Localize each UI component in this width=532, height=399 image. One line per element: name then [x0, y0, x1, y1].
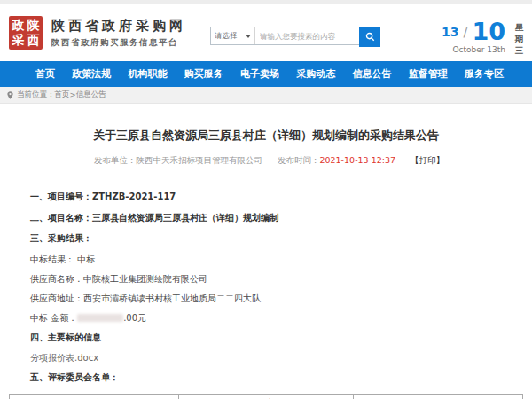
article-content: 关于三原县自然资源局三原县村庄（详细）规划编制的采购结果公告 发布单位：陕西中天… [0, 104, 532, 399]
nav-item-e-marketplace[interactable]: 电子卖场 [240, 67, 279, 81]
site-header: 政 陕 采 西 陕西省政府采购网 陕西省政府购买服务信息平台 请选择 [0, 4, 532, 61]
bid-result-line: 中标结果： 中标 [30, 254, 512, 266]
redacted-amount [77, 314, 123, 322]
site-title: 陕西省政府采购网 [51, 18, 186, 35]
location-pin-icon [7, 91, 13, 99]
date-numeric: 13 / 10 [442, 20, 505, 43]
project-number-line: 一、项目编号：ZTHZB-2021-117 [30, 192, 512, 203]
date-display: 13 / 10 October 13th [442, 20, 505, 54]
breadcrumb-label: 当前位置： [17, 90, 55, 100]
breadcrumb: 当前位置： 首页 > 信息公告 [0, 87, 532, 104]
publisher: 发布单位：陕西中天禾招标项目管理有限公司 [94, 155, 262, 165]
logo-char: 政 [11, 18, 26, 33]
supplier-address-line: 供应商地址：西安市灞桥镇读书村核工业地质局二二四大队 [30, 293, 512, 305]
breadcrumb-home-link[interactable]: 首页 [55, 90, 70, 100]
article-meta: 发布单位：陕西中天禾招标项目管理有限公司 发布时间：2021-10-13 12:… [20, 155, 512, 167]
search-button[interactable] [359, 27, 380, 47]
supplier-name-line: 供应商名称：中陕核工业集团测绘院有限公司 [30, 274, 512, 286]
site-brand[interactable]: 政 陕 采 西 陕西省政府采购网 陕西省政府购买服务信息平台 [9, 16, 186, 50]
date-day: 13 [442, 25, 458, 39]
bid-amount-label: 中标 金额： [30, 313, 77, 323]
nav-item-service-zone[interactable]: 服务专区 [465, 67, 504, 81]
search-bar: 请选择 [210, 27, 380, 45]
nav-item-procurement-news[interactable]: 采购动态 [296, 67, 335, 81]
breadcrumb-separator: > [70, 90, 76, 99]
bid-amount-suffix: .00元 [123, 313, 146, 323]
committee-heading: 五、评标委员会名单： [30, 372, 512, 384]
search-icon [365, 32, 375, 42]
table-header-row: 项目名称 专家 采购人代表 [10, 394, 523, 399]
project-name-line: 二、项目名称：三原县自然资源局三原县村庄（详细）规划编制 [30, 213, 512, 224]
procurement-result-heading: 三、采购结果： [30, 233, 512, 245]
col-header-experts: 专家 [179, 394, 354, 399]
date-weekday: 星期三 [514, 22, 524, 56]
date-month: 10 [472, 18, 505, 45]
publisher-value: 陕西中天禾招标项目管理有限公司 [136, 155, 262, 165]
date-month-name: October [452, 45, 484, 54]
col-header-project-name: 项目名称 [10, 394, 179, 399]
nav-item-purchase-services[interactable]: 购买服务 [184, 67, 223, 81]
date-separator: / [464, 25, 468, 39]
date-text: October 13th [442, 45, 505, 54]
publish-time-value: 2021-10-13 12:37 [319, 155, 395, 165]
logo-char: 采 [11, 33, 26, 48]
attachment-link[interactable]: 分项报价表.docx [30, 353, 512, 364]
breadcrumb-current: 信息公告 [76, 90, 106, 100]
search-category-select[interactable]: 请选择 [211, 27, 255, 44]
brand-text: 陕西省政府采购网 陕西省政府购买服务信息平台 [51, 18, 186, 49]
publish-time-label: 发布时间： [278, 155, 320, 165]
committee-table: 项目名称 专家 采购人代表 三原县自然资源局三原县村庄（详细）规划编制 崔芳芳、… [9, 394, 523, 399]
article-body: 一、项目编号：ZTHZB-2021-117 二、项目名称：三原县自然资源局三原县… [20, 176, 512, 384]
search-input[interactable] [255, 27, 360, 44]
nav-item-supervision[interactable]: 监督管理 [409, 67, 448, 81]
nav-item-home[interactable]: 首页 [35, 67, 55, 81]
bid-amount-line: 中标 金额：.00元 [30, 313, 512, 325]
nav-item-announcements[interactable]: 信息公告 [353, 67, 392, 81]
publisher-label: 发布单位： [94, 155, 137, 165]
publish-time: 发布时间：2021-10-13 12:37 [278, 155, 395, 165]
nav-item-functions[interactable]: 机构职能 [129, 67, 168, 81]
logo-char: 陕 [26, 18, 41, 33]
site-logo[interactable]: 政 陕 采 西 [9, 16, 43, 50]
site-subtitle: 陕西省政府购买服务信息平台 [51, 37, 186, 49]
main-nav: 首页 政策法规 机构职能 购买服务 电子卖场 采购动态 信息公告 监督管理 服务… [0, 61, 532, 87]
page: 政 陕 采 西 陕西省政府采购网 陕西省政府购买服务信息平台 请选择 [0, 0, 532, 399]
nav-item-policies[interactable]: 政策法规 [72, 67, 111, 81]
logo-char: 西 [26, 33, 41, 48]
date-day-ordinal: 13th [487, 45, 505, 54]
article-title: 关于三原县自然资源局三原县村庄（详细）规划编制的采购结果公告 [20, 104, 512, 144]
search-select-label: 请选择 [215, 31, 238, 42]
print-button[interactable]: 【打印】 [411, 155, 444, 165]
chevron-down-icon [246, 35, 251, 38]
col-header-purchaser-reps: 采购人代表 [353, 394, 522, 399]
main-subject-heading: 四、主要标的信息 [30, 332, 512, 344]
